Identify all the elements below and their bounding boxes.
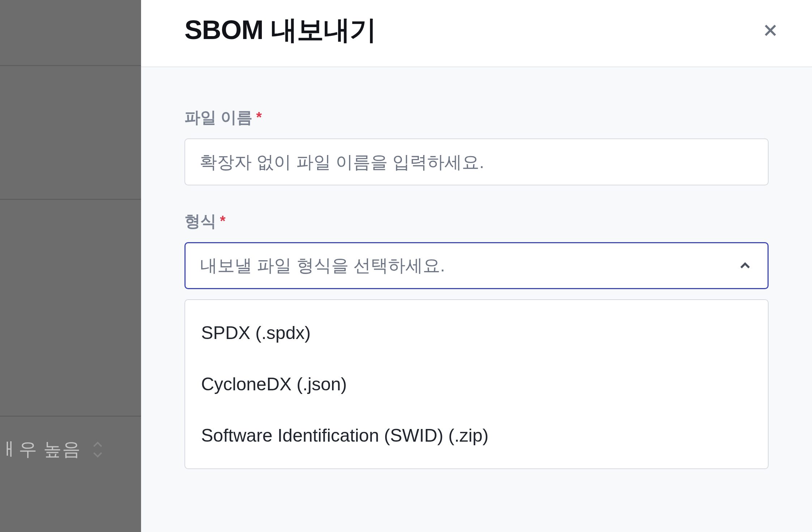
required-indicator: *: [256, 110, 262, 124]
export-sbom-modal: SBOM 내보내기 파일 이름 * 형식 * 내보낼 파일 형식을 선택하세요.: [141, 0, 812, 532]
format-label: 형식 *: [184, 211, 769, 232]
format-label-text: 형식: [184, 211, 216, 232]
format-option-swid[interactable]: Software Identification (SWID) (.zip): [185, 410, 768, 461]
format-dropdown: SPDX (.spdx) CycloneDX (.json) Software …: [184, 299, 769, 469]
format-option-spdx[interactable]: SPDX (.spdx): [185, 307, 768, 359]
filename-field: 파일 이름 *: [184, 107, 769, 185]
format-select-placeholder: 내보낼 파일 형식을 선택하세요.: [200, 254, 445, 277]
format-select[interactable]: 내보낼 파일 형식을 선택하세요.: [184, 242, 769, 289]
background-label: ㅐ우 높음: [0, 437, 81, 462]
divider: [0, 416, 141, 417]
modal-header: SBOM 내보내기: [141, 0, 812, 67]
modal-backdrop: ㅐ우 높음: [0, 0, 141, 532]
modal-title: SBOM 내보내기: [184, 12, 376, 48]
chevron-up-icon: [737, 258, 753, 274]
required-indicator: *: [220, 214, 226, 228]
close-button[interactable]: [758, 18, 783, 43]
sort-icon: [92, 441, 103, 459]
filename-input[interactable]: [184, 138, 769, 185]
close-icon: [762, 22, 779, 39]
divider: [0, 199, 141, 200]
filename-label-text: 파일 이름: [184, 107, 252, 128]
modal-body: 파일 이름 * 형식 * 내보낼 파일 형식을 선택하세요. SPDX (.sp…: [141, 67, 812, 532]
divider: [0, 65, 141, 66]
format-field: 형식 * 내보낼 파일 형식을 선택하세요. SPDX (.spdx) Cycl…: [184, 211, 769, 469]
background-text: ㅐ우 높음: [0, 437, 103, 462]
filename-label: 파일 이름 *: [184, 107, 769, 128]
format-option-cyclonedx[interactable]: CycloneDX (.json): [185, 359, 768, 410]
